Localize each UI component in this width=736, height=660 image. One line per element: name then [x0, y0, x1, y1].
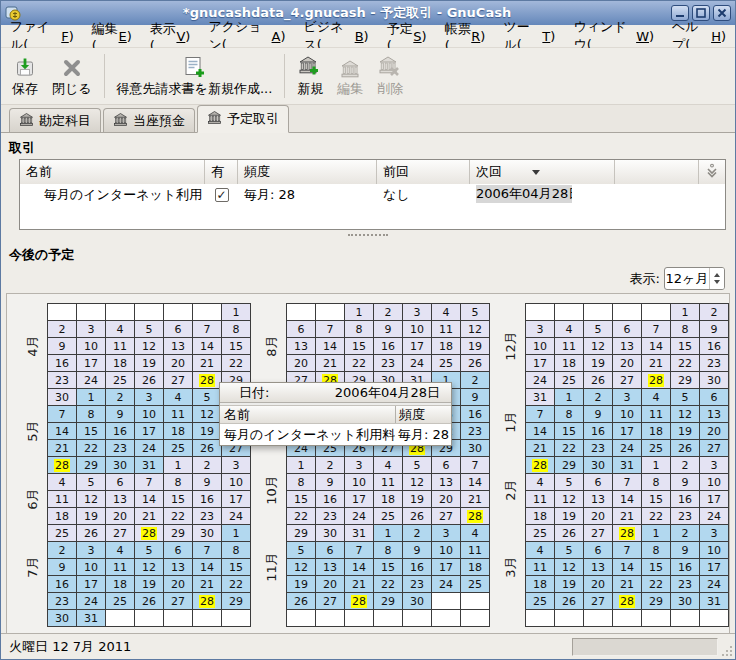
- calendar-day-cell[interactable]: 11: [555, 338, 584, 355]
- calendar-day-cell[interactable]: 16: [403, 559, 432, 576]
- calendar-day-cell[interactable]: 18: [164, 423, 193, 440]
- calendar-day-cell[interactable]: 17: [432, 559, 461, 576]
- calendar-day-cell[interactable]: 21: [135, 508, 164, 525]
- calendar-day-cell[interactable]: 26: [555, 593, 584, 610]
- tab-scheduled[interactable]: 予定取引: [197, 105, 289, 133]
- calendar-day-cell[interactable]: 10: [345, 474, 374, 491]
- tab-checking[interactable]: 当座預金: [103, 108, 195, 132]
- calendar-day-cell[interactable]: 26: [287, 593, 316, 610]
- calendar-day-cell[interactable]: 17: [526, 355, 555, 372]
- calendar-day-cell[interactable]: 22: [77, 440, 106, 457]
- calendar-day-cell[interactable]: 25: [526, 593, 555, 610]
- calendar-day-cell[interactable]: 27: [584, 593, 613, 610]
- calendar-day-cell[interactable]: 20: [613, 355, 642, 372]
- calendar-day-cell[interactable]: 17: [403, 338, 432, 355]
- calendar-day-cell[interactable]: 11: [374, 474, 403, 491]
- calendar-day-cell[interactable]: 2: [700, 304, 729, 321]
- calendar-day-cell[interactable]: 18: [555, 355, 584, 372]
- calendar-day-cell[interactable]: 11: [106, 559, 135, 576]
- calendar-day-cell[interactable]: 21: [642, 355, 671, 372]
- calendar-day-cell[interactable]: 1: [345, 304, 374, 321]
- column-header-name[interactable]: 名前: [20, 160, 205, 184]
- calendar-day-cell[interactable]: 1: [671, 304, 700, 321]
- calendar-day-cell[interactable]: 19: [403, 491, 432, 508]
- tab-accounts[interactable]: 勘定科目: [9, 108, 101, 132]
- calendar-day-cell[interactable]: 12: [555, 491, 584, 508]
- calendar-day-cell[interactable]: 16: [193, 491, 222, 508]
- calendar-day-cell[interactable]: 9: [316, 474, 345, 491]
- calendar-day-cell[interactable]: 1: [77, 389, 106, 406]
- calendar-day-cell[interactable]: 19: [287, 576, 316, 593]
- calendar-day-cell[interactable]: 11: [164, 406, 193, 423]
- calendar-day-cell[interactable]: 3: [432, 525, 461, 542]
- months-spinner[interactable]: 12ヶ月: [664, 267, 725, 290]
- calendar-day-cell[interactable]: 5: [287, 542, 316, 559]
- calendar-day-cell[interactable]: 23: [671, 576, 700, 593]
- calendar-day-cell[interactable]: 31: [700, 593, 729, 610]
- calendar-day-cell[interactable]: 26: [555, 525, 584, 542]
- calendar-day-cell[interactable]: 22: [642, 508, 671, 525]
- calendar-day-cell[interactable]: 19: [555, 576, 584, 593]
- calendar-day-cell[interactable]: 29: [374, 593, 403, 610]
- calendar-day-cell[interactable]: 1: [374, 525, 403, 542]
- calendar-day-cell[interactable]: 17: [77, 355, 106, 372]
- calendar-day-cell[interactable]: 26: [671, 440, 700, 457]
- calendar-day-cell[interactable]: 22: [642, 576, 671, 593]
- calendar-day-cell[interactable]: 2: [671, 457, 700, 474]
- column-header-next[interactable]: 次回: [470, 160, 615, 184]
- spinner-arrows-icon[interactable]: [709, 268, 724, 289]
- calendar-day-cell[interactable]: 5: [671, 389, 700, 406]
- calendar-day-cell[interactable]: 17: [700, 559, 729, 576]
- calendar-day-cell[interactable]: 30: [700, 372, 729, 389]
- calendar-day-cell[interactable]: 27: [106, 525, 135, 542]
- calendar-day-cell[interactable]: 2: [106, 389, 135, 406]
- calendar-day-cell[interactable]: 15: [642, 491, 671, 508]
- calendar-day-cell[interactable]: 10: [77, 338, 106, 355]
- calendar-day-cell[interactable]: 13: [106, 491, 135, 508]
- calendar-day-cell[interactable]: 28: [642, 372, 671, 389]
- calendar-day-cell[interactable]: 24: [700, 576, 729, 593]
- calendar-day-cell[interactable]: 30: [403, 593, 432, 610]
- calendar-day-cell[interactable]: 10: [135, 406, 164, 423]
- calendar-day-cell[interactable]: 21: [193, 576, 222, 593]
- calendar-day-cell[interactable]: 28: [193, 593, 222, 610]
- calendar-day-cell[interactable]: 27: [584, 525, 613, 542]
- calendar-day-cell[interactable]: 10: [432, 542, 461, 559]
- calendar-day-cell[interactable]: 15: [222, 338, 251, 355]
- calendar-day-cell[interactable]: 16: [374, 338, 403, 355]
- column-header-enabled[interactable]: 有: [205, 160, 238, 184]
- calendar-day-cell[interactable]: 7: [613, 542, 642, 559]
- calendar-day-cell[interactable]: 15: [671, 338, 700, 355]
- calendar-day-cell[interactable]: 2: [374, 304, 403, 321]
- calendar-day-cell[interactable]: 2: [584, 389, 613, 406]
- calendar-day-cell[interactable]: 16: [461, 406, 490, 423]
- calendar-day-cell[interactable]: 10: [613, 406, 642, 423]
- calendar-day-cell[interactable]: 24: [700, 508, 729, 525]
- calendar-day-cell[interactable]: 14: [48, 423, 77, 440]
- column-picker-button[interactable]: [699, 160, 725, 184]
- calendar-day-cell[interactable]: 12: [461, 321, 490, 338]
- calendar-day-cell[interactable]: 8: [671, 321, 700, 338]
- calendar-day-cell[interactable]: 5: [555, 474, 584, 491]
- calendar-day-cell[interactable]: 16: [106, 423, 135, 440]
- calendar-day-cell[interactable]: 19: [135, 355, 164, 372]
- calendar-day-cell[interactable]: 3: [345, 457, 374, 474]
- calendar-day-cell[interactable]: 13: [164, 338, 193, 355]
- calendar-day-cell[interactable]: 21: [193, 355, 222, 372]
- calendar-day-cell[interactable]: 31: [526, 389, 555, 406]
- calendar-day-cell[interactable]: 23: [316, 508, 345, 525]
- calendar-day-cell[interactable]: 6: [584, 542, 613, 559]
- calendar-day-cell[interactable]: 13: [287, 338, 316, 355]
- menu-item[interactable]: 編集(E): [83, 25, 141, 47]
- calendar-day-cell[interactable]: 17: [613, 423, 642, 440]
- calendar-day-cell[interactable]: 24: [77, 372, 106, 389]
- calendar-day-cell[interactable]: 8: [222, 542, 251, 559]
- calendar-day-cell[interactable]: 8: [287, 474, 316, 491]
- menu-item[interactable]: ファイル(F): [1, 25, 83, 47]
- calendar-day-cell[interactable]: 29: [642, 593, 671, 610]
- calendar-day-cell[interactable]: 14: [345, 559, 374, 576]
- calendar-day-cell[interactable]: 2: [403, 525, 432, 542]
- calendar-day-cell[interactable]: 17: [135, 423, 164, 440]
- calendar-day-cell[interactable]: 8: [164, 474, 193, 491]
- calendar-day-cell[interactable]: 20: [584, 508, 613, 525]
